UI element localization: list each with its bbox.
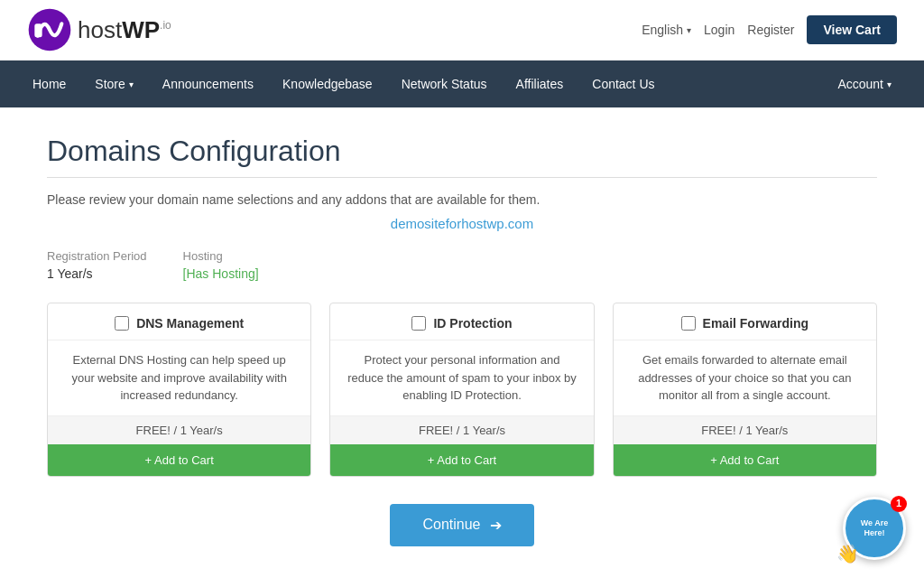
chevron-down-icon: ▾ — [687, 25, 691, 35]
nav-contact-us[interactable]: Contact Us — [578, 61, 669, 107]
continue-section: Continue ➔ — [47, 504, 877, 546]
nav-network-status[interactable]: Network Status — [387, 61, 502, 107]
hosting-info: Hosting [Has Hosting] — [183, 249, 259, 281]
dns-card-price: FREE! / 1 Year/s — [48, 415, 310, 444]
hosting-value: [Has Hosting] — [183, 266, 259, 281]
logo[interactable]: hostWP.io — [27, 7, 171, 52]
email-forwarding-card: Email Forwarding Get emails forwarded to… — [613, 303, 877, 477]
language-selector[interactable]: English ▾ — [642, 23, 691, 37]
dns-card-header: DNS Management — [48, 303, 310, 340]
nav-knowledgebase[interactable]: Knowledgebase — [268, 61, 387, 107]
chevron-down-icon: ▾ — [129, 79, 134, 89]
email-card-header: Email Forwarding — [614, 303, 876, 340]
nav-home[interactable]: Home — [18, 61, 80, 107]
main-content: Domains Configuration Please review your… — [29, 107, 895, 578]
id-protection-checkbox[interactable] — [411, 316, 426, 331]
email-card-price: FREE! / 1 Year/s — [614, 415, 876, 444]
svg-rect-1 — [34, 23, 42, 37]
dns-card-body: External DNS Hosting can help speed up y… — [48, 340, 310, 415]
registration-period: Registration Period 1 Year/s — [47, 249, 147, 281]
chat-badge: 1 — [891, 496, 907, 512]
register-link[interactable]: Register — [747, 23, 794, 37]
domain-name: demositeforhostwp.com — [47, 216, 877, 231]
nav-announcements[interactable]: Announcements — [148, 61, 268, 107]
id-add-to-cart-button[interactable]: + Add to Cart — [330, 444, 593, 476]
main-nav: Home Store ▾ Announcements Knowledgebase… — [0, 61, 924, 107]
chat-bubble[interactable]: We Are Here! 👋 1 — [843, 497, 906, 560]
dns-checkbox[interactable] — [115, 316, 129, 331]
addon-cards: DNS Management External DNS Hosting can … — [47, 303, 877, 477]
view-cart-button[interactable]: View Cart — [807, 15, 897, 44]
nav-account[interactable]: Account ▾ — [823, 61, 906, 107]
id-card-header: ID Protection — [330, 303, 593, 340]
page-subtitle: Please review your domain name selection… — [47, 192, 877, 207]
registration-period-value: 1 Year/s — [47, 266, 147, 281]
id-card-body: Protect your personal information and re… — [330, 340, 593, 415]
page-title: Domains Configuration — [47, 135, 877, 168]
email-card-body: Get emails forwarded to alternate email … — [614, 340, 876, 415]
logo-text: hostWP.io — [78, 16, 171, 44]
hosting-label: Hosting — [183, 249, 259, 263]
hand-icon: 👋 — [836, 543, 859, 564]
email-card-title: Email Forwarding — [703, 316, 808, 331]
nav-affiliates[interactable]: Affiliates — [502, 61, 578, 107]
dns-add-to-cart-button[interactable]: + Add to Cart — [48, 444, 310, 476]
chat-widget[interactable]: We Are Here! 👋 1 — [843, 497, 906, 560]
chat-label: We Are Here! — [845, 515, 903, 542]
top-right-actions: English ▾ Login Register View Cart — [642, 15, 897, 44]
dns-management-card: DNS Management External DNS Hosting can … — [47, 303, 311, 477]
domain-info: Registration Period 1 Year/s Hosting [Ha… — [47, 249, 877, 281]
continue-button[interactable]: Continue ➔ — [390, 504, 533, 546]
login-link[interactable]: Login — [704, 23, 735, 37]
dns-card-title: DNS Management — [136, 316, 244, 331]
top-bar: hostWP.io English ▾ Login Register View … — [0, 0, 924, 61]
id-card-title: ID Protection — [433, 316, 512, 331]
email-add-to-cart-button[interactable]: + Add to Cart — [614, 444, 876, 476]
arrow-right-icon: ➔ — [490, 517, 502, 534]
nav-store[interactable]: Store ▾ — [80, 61, 147, 107]
page-divider — [47, 177, 877, 178]
email-forwarding-checkbox[interactable] — [681, 316, 696, 331]
id-protection-card: ID Protection Protect your personal info… — [329, 303, 594, 477]
registration-period-label: Registration Period — [47, 249, 147, 263]
chevron-down-icon: ▾ — [887, 79, 892, 89]
id-card-price: FREE! / 1 Year/s — [330, 415, 593, 444]
